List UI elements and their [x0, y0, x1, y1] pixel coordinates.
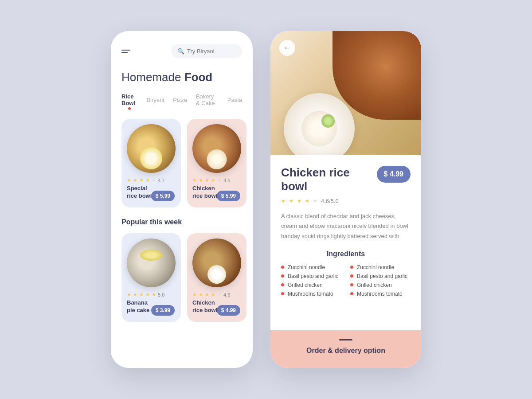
ingredient-item: Basil pesto and garlic: [350, 273, 411, 279]
ingredient-item: Grilled chicken: [350, 282, 411, 288]
star-4: ★: [145, 292, 150, 297]
tab-biryani[interactable]: Biryani: [146, 97, 164, 105]
back-button[interactable]: ←: [279, 40, 295, 56]
ingredient-text: Zucchini noodle: [357, 264, 394, 270]
dish-rating-row: ★ ★ ★ ★ ★ 4.6/5.0: [281, 198, 411, 204]
order-btn-container: Order & delivery option: [270, 330, 421, 368]
price-badge: $ 4.99: [217, 305, 240, 316]
popular-section: Popular this week ★ ★ ★ ★ ★ 5.0 Banana p…: [121, 218, 242, 322]
tab-pizza[interactable]: Pizza: [173, 97, 187, 105]
star-3: ★: [297, 198, 301, 204]
star-5: ★: [217, 177, 222, 183]
left-header: 🔍: [121, 44, 242, 58]
ingredient-item: Zucchini noodle: [281, 264, 341, 270]
tab-bakery[interactable]: Bakery & Cake: [196, 93, 219, 108]
star-4: ★: [211, 292, 215, 297]
star-2: ★: [133, 292, 137, 297]
ingredient-dot: [350, 292, 353, 295]
card-banana-pie-cake[interactable]: ★ ★ ★ ★ ★ 5.0 Banana pie cake $ 3.99: [121, 233, 181, 322]
star-2: ★: [199, 292, 203, 297]
star-1: ★: [192, 177, 197, 183]
ingredient-item: Mushrooms tomato: [350, 291, 411, 297]
card-rating: ★ ★ ★ ★ ★ 4.7: [127, 177, 176, 183]
search-bar[interactable]: 🔍: [171, 44, 242, 58]
star-4: ★: [145, 177, 150, 183]
ingredient-item: Zucchini noodle: [350, 264, 411, 270]
hero-plate-image: [284, 93, 355, 155]
ingredient-item: Grilled chicken: [281, 282, 341, 288]
rating-value: 4.6: [223, 292, 230, 297]
ingredient-dot: [350, 283, 353, 286]
star-2: ★: [289, 198, 293, 204]
dish-image-banana: [127, 239, 176, 287]
ingredient-text: Grilled chicken: [288, 282, 323, 288]
price-badge: $ 5.99: [217, 191, 240, 201]
star-3: ★: [205, 292, 209, 297]
drag-handle: [339, 339, 352, 340]
star-1: ★: [281, 198, 286, 204]
ingredient-item: Mushrooms tomato: [281, 291, 341, 297]
ingredient-text: Basil pesto and garlic: [357, 273, 407, 279]
ingredient-text: Basil pesto and garlic: [288, 273, 338, 279]
ingredient-text: Grilled chicken: [357, 282, 392, 288]
star-2: ★: [199, 177, 203, 183]
ingredient-text: Zucchini noodle: [288, 264, 325, 270]
right-phone: ← Chicken rice bowl $ 4.99 ★ ★ ★ ★ ★ 4.6…: [270, 31, 421, 368]
star-5: ★: [152, 177, 156, 183]
popular-section-title: Popular this week: [121, 218, 242, 226]
rating-value: 4.7: [158, 178, 164, 183]
card-special-rice-bowl[interactable]: ★ ★ ★ ★ ★ 4.7 Special rice bowl $ 5.99: [121, 119, 181, 207]
ingredient-dot: [350, 274, 353, 278]
search-icon: 🔍: [177, 48, 184, 55]
right-content: Chicken rice bowl $ 4.99 ★ ★ ★ ★ ★ 4.6/5…: [270, 155, 421, 330]
featured-cards: ★ ★ ★ ★ ★ 4.7 Special rice bowl $ 5.99 ★…: [121, 119, 242, 207]
card-rating: ★ ★ ★ ★ ★ 4.6: [192, 292, 241, 297]
star-4: ★: [211, 177, 215, 183]
dish-rating-value: 4.6/5.0: [321, 198, 339, 204]
category-tabs: Rice Bowl Biryani Pizza Bakery & Cake Pa…: [121, 93, 242, 108]
ingredient-dot: [281, 274, 284, 278]
star-5: ★: [313, 198, 317, 204]
star-3: ★: [205, 177, 209, 183]
ingredients-title: Ingredients: [281, 250, 411, 258]
page-title: Homemade Food: [121, 70, 242, 84]
tab-rice-bowl[interactable]: Rice Bowl: [121, 93, 137, 108]
ingredient-text: Mushrooms tomato: [357, 291, 403, 297]
search-input[interactable]: [187, 48, 236, 55]
dish-image-chicken: [192, 124, 241, 173]
order-delivery-button[interactable]: Order & delivery option: [306, 347, 385, 355]
card-rating: ★ ★ ★ ★ ★ 5.0: [127, 292, 176, 297]
ingredient-dot: [281, 266, 284, 269]
card-chicken-rice-bowl-2[interactable]: ★ ★ ★ ★ ★ 4.6 Chicken rice bowl $ 4.99: [187, 233, 246, 322]
dish-title: Chicken rice bowl: [281, 166, 370, 193]
card-rating: ★ ★ ★ ★ ★ 4.6: [192, 177, 241, 183]
dish-header: Chicken rice bowl $ 4.99: [281, 166, 411, 193]
star-4: ★: [305, 198, 309, 204]
star-5: ★: [217, 292, 222, 297]
hero-image-area: ←: [270, 31, 421, 155]
ingredient-dot: [281, 283, 284, 286]
price-badge: $ 5.99: [151, 191, 175, 201]
star-1: ★: [192, 292, 197, 297]
ingredient-text: Mushrooms tomato: [288, 291, 333, 297]
dish-image-special: [127, 124, 176, 173]
price-badge: $ 3.99: [151, 305, 175, 316]
popular-cards: ★ ★ ★ ★ ★ 5.0 Banana pie cake $ 3.99 ★: [121, 233, 242, 322]
tab-pasta[interactable]: Pasta: [227, 97, 242, 105]
ingredient-item: Basil pesto and garlic: [281, 273, 341, 279]
star-1: ★: [127, 177, 131, 183]
left-phone: 🔍 Homemade Food Rice Bowl Biryani Pizza …: [111, 31, 253, 368]
card-chicken-rice-bowl-1[interactable]: ★ ★ ★ ★ ★ 4.6 Chicken rice bowl $ 5.99: [187, 119, 246, 207]
ingredients-section: Ingredients Zucchini noodle Zucchini noo…: [281, 250, 411, 297]
rating-value: 5.0: [158, 292, 164, 297]
rating-value: 4.6: [223, 178, 230, 183]
ingredients-grid: Zucchini noodle Zucchini noodle Basil pe…: [281, 264, 411, 297]
star-5: ★: [152, 292, 156, 297]
star-3: ★: [139, 177, 144, 183]
star-2: ★: [133, 177, 137, 183]
ingredient-dot: [281, 292, 284, 295]
ingredient-dot: [350, 266, 353, 269]
dish-image-chicken2: [192, 239, 241, 287]
dish-price-badge: $ 4.99: [377, 166, 411, 183]
menu-icon[interactable]: [121, 50, 130, 53]
